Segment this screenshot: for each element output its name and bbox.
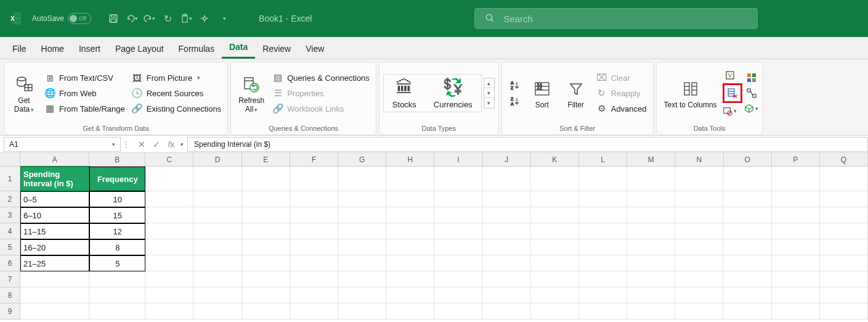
qat-customize-icon[interactable]: ▾ (217, 11, 232, 26)
cell-C2[interactable] (145, 191, 193, 207)
column-header-E[interactable]: E (242, 153, 290, 167)
relationships-button[interactable] (744, 86, 759, 101)
cell-F8[interactable] (290, 287, 338, 303)
cell-B7[interactable] (89, 271, 145, 287)
cell-Q9[interactable] (820, 303, 868, 320)
column-header-I[interactable]: I (434, 153, 482, 167)
cell-I7[interactable] (434, 271, 482, 287)
cell-O1[interactable] (723, 167, 771, 191)
cell-C5[interactable] (145, 239, 193, 255)
column-header-A[interactable]: A (20, 153, 89, 167)
cell-G1[interactable] (338, 167, 386, 191)
cell-P6[interactable] (772, 255, 820, 271)
cell-J6[interactable] (483, 255, 531, 271)
sort-button[interactable]: Z AA Z Sort (526, 76, 558, 111)
cell-F1[interactable] (290, 167, 338, 191)
column-header-O[interactable]: O (724, 153, 772, 167)
cell-N7[interactable] (675, 271, 723, 287)
cell-G8[interactable] (338, 287, 386, 303)
cell-K5[interactable] (531, 239, 579, 255)
cell-F4[interactable] (290, 223, 338, 239)
cell-N5[interactable] (675, 239, 723, 255)
cell-I2[interactable] (434, 191, 482, 207)
cell-J1[interactable] (483, 167, 531, 191)
from-web-button[interactable]: 🌐From Web (42, 86, 128, 101)
cell-N4[interactable] (675, 223, 723, 239)
cancel-formula-icon[interactable]: ✕ (135, 138, 148, 151)
cell-C4[interactable] (145, 223, 193, 239)
cell-M2[interactable] (627, 191, 675, 207)
cell-K8[interactable] (531, 287, 579, 303)
manage-data-model-button[interactable]: ▾ (744, 101, 759, 116)
cell-H5[interactable] (386, 239, 434, 255)
cell-M8[interactable] (627, 287, 675, 303)
column-header-K[interactable]: K (531, 153, 579, 167)
cell-J2[interactable] (483, 191, 531, 207)
gallery-more-icon[interactable]: ▾ (484, 98, 494, 108)
cell-M4[interactable] (627, 223, 675, 239)
cell-E1[interactable] (242, 167, 290, 191)
column-header-B[interactable]: B (89, 153, 145, 167)
cell-P1[interactable] (772, 167, 820, 191)
column-header-G[interactable]: G (338, 153, 386, 167)
cell-L3[interactable] (579, 207, 627, 223)
cell-Q6[interactable] (820, 255, 868, 271)
cell-L2[interactable] (579, 191, 627, 207)
cell-Q3[interactable] (820, 207, 868, 223)
cell-K4[interactable] (531, 223, 579, 239)
column-header-M[interactable]: M (627, 153, 675, 167)
column-header-J[interactable]: J (483, 153, 531, 167)
cell-F7[interactable] (290, 271, 338, 287)
cell-D6[interactable] (193, 255, 241, 271)
advanced-filter-button[interactable]: ⚙Advanced (594, 101, 649, 116)
cell-Q8[interactable] (820, 287, 868, 303)
cell-D3[interactable] (193, 207, 241, 223)
cell-L5[interactable] (579, 239, 627, 255)
cell-P4[interactable] (772, 223, 820, 239)
refresh-all-button[interactable]: RefreshAll▾ (235, 72, 268, 115)
cell-N6[interactable] (675, 255, 723, 271)
cell-D7[interactable] (193, 271, 241, 287)
cell-I3[interactable] (434, 207, 482, 223)
from-text-csv-button[interactable]: 🗎From Text/CSV (42, 70, 128, 85)
cell-O9[interactable] (723, 303, 771, 320)
cell-L6[interactable] (579, 255, 627, 271)
cell-J4[interactable] (483, 223, 531, 239)
cell-A6[interactable]: 21–25 (20, 255, 89, 271)
cell-I8[interactable] (434, 287, 482, 303)
column-header-Q[interactable]: Q (820, 153, 868, 167)
cell-A9[interactable] (20, 303, 89, 320)
recent-sources-button[interactable]: 🕓Recent Sources (129, 86, 224, 101)
row-header-4[interactable]: 4 (0, 223, 20, 239)
cell-G9[interactable] (338, 303, 386, 320)
cell-F3[interactable] (290, 207, 338, 223)
row-header-3[interactable]: 3 (0, 207, 20, 223)
cell-L9[interactable] (579, 303, 627, 320)
cell-H3[interactable] (386, 207, 434, 223)
cell-E9[interactable] (242, 303, 290, 320)
clipboard-icon[interactable]: ▾ (180, 14, 192, 23)
select-all-corner[interactable] (0, 153, 20, 167)
cell-M7[interactable] (627, 271, 675, 287)
column-header-N[interactable]: N (675, 153, 723, 167)
row-header-7[interactable]: 7 (0, 271, 20, 287)
cell-Q5[interactable] (820, 239, 868, 255)
sort-desc-button[interactable]: ZA (508, 94, 522, 108)
cell-J8[interactable] (482, 287, 530, 303)
cell-Q2[interactable] (820, 191, 868, 207)
row-header-5[interactable]: 5 (0, 239, 20, 255)
save-icon[interactable] (106, 11, 121, 26)
cell-H9[interactable] (386, 303, 434, 320)
cell-N9[interactable] (675, 303, 723, 320)
chevron-down-icon[interactable]: ▾ (112, 141, 115, 147)
sync-icon[interactable]: ↻ (160, 11, 175, 26)
cell-D2[interactable] (193, 191, 241, 207)
get-data-button[interactable]: GetData▾ (8, 72, 40, 115)
cell-M3[interactable] (627, 207, 675, 223)
cell-F6[interactable] (290, 255, 338, 271)
cell-J9[interactable] (482, 303, 530, 320)
cell-O5[interactable] (723, 239, 771, 255)
gallery-up-icon[interactable]: ▴ (484, 78, 494, 88)
cell-B9[interactable] (89, 303, 145, 320)
cell-K3[interactable] (531, 207, 579, 223)
